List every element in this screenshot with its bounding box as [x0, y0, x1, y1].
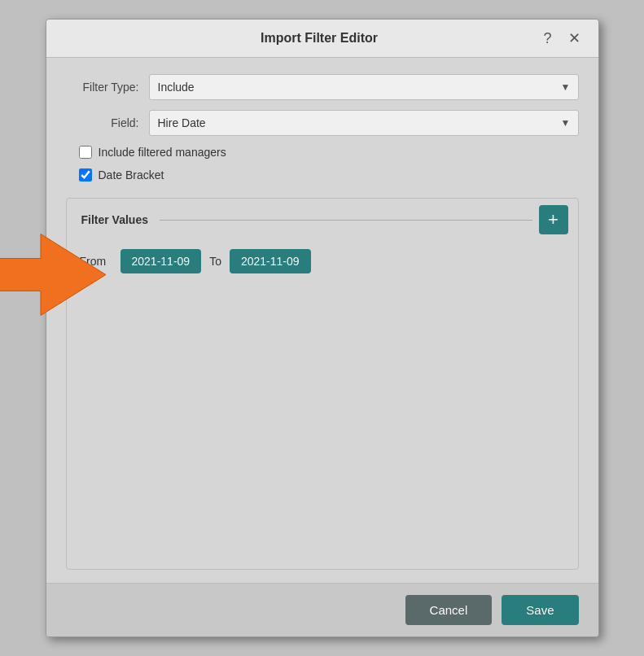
field-select[interactable]: Hire Date Start Date End Date	[149, 110, 579, 136]
close-button[interactable]: ✕	[563, 28, 585, 49]
filter-values-title: Filter Values	[77, 213, 153, 226]
include-managers-label: Include filtered managers	[99, 146, 226, 159]
from-date-badge[interactable]: 2021-11-09	[120, 249, 202, 273]
dialog-body: Filter Type: Include Exclude ▼ Field: Hi…	[46, 58, 598, 583]
filter-type-select-wrapper: Include Exclude ▼	[149, 74, 579, 100]
header-icons: ? ✕	[538, 28, 585, 49]
dialog-header: Import Filter Editor ? ✕	[46, 20, 598, 58]
import-filter-editor-dialog: Import Filter Editor ? ✕ Filter Type: In…	[46, 19, 599, 637]
field-row: Field: Hire Date Start Date End Date ▼	[66, 110, 579, 136]
date-bracket-label: Date Bracket	[99, 168, 164, 181]
include-managers-checkbox[interactable]	[79, 146, 92, 159]
filter-values-section: Filter Values + From 2021-11-09 To 2021-…	[66, 198, 579, 570]
field-label: Field:	[66, 116, 139, 129]
cancel-button[interactable]: Cancel	[405, 595, 493, 625]
to-label: To	[209, 255, 221, 268]
to-date-badge[interactable]: 2021-11-09	[230, 249, 311, 273]
field-select-wrapper: Hire Date Start Date End Date ▼	[149, 110, 579, 136]
dialog-footer: Cancel Save	[46, 583, 598, 636]
filter-type-row: Filter Type: Include Exclude ▼	[66, 74, 579, 100]
dialog-title: Import Filter Editor	[100, 31, 539, 46]
save-button[interactable]: Save	[502, 595, 578, 625]
pointer-arrow	[0, 230, 106, 321]
filter-values-header: Filter Values +	[67, 199, 578, 241]
filter-type-select[interactable]: Include Exclude	[149, 74, 579, 100]
include-managers-row: Include filtered managers	[66, 146, 579, 159]
date-bracket-checkbox[interactable]	[79, 168, 92, 181]
filter-type-label: Filter Type:	[66, 81, 139, 94]
filter-values-divider	[160, 220, 532, 221]
help-button[interactable]: ?	[538, 28, 556, 49]
add-filter-button[interactable]: +	[539, 205, 568, 234]
date-bracket-row: Date Bracket	[66, 168, 579, 181]
date-range-row: From 2021-11-09 To 2021-11-09	[80, 249, 565, 273]
filter-values-body: From 2021-11-09 To 2021-11-09	[67, 241, 578, 569]
svg-marker-0	[0, 234, 106, 315]
